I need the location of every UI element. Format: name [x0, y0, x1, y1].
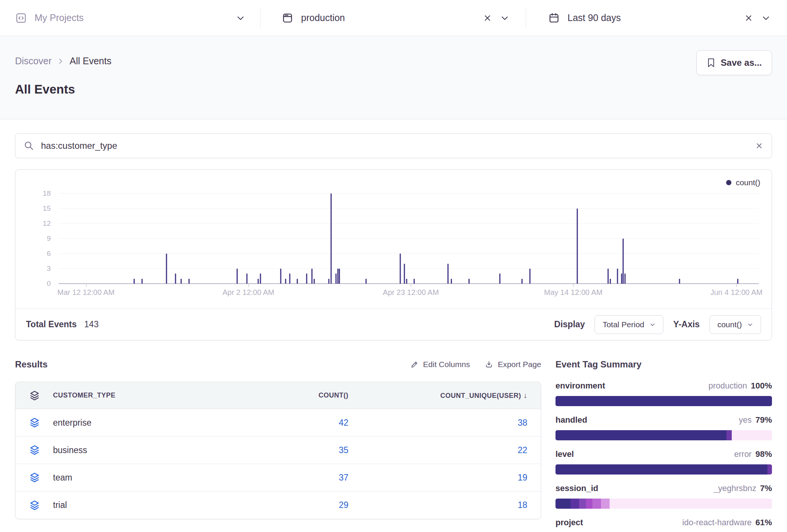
chart-bar[interactable]: [328, 279, 330, 284]
tag-bar-segment[interactable]: [610, 499, 772, 509]
clear-date-range-icon[interactable]: [744, 14, 753, 23]
tag-bar-segment[interactable]: [555, 396, 772, 406]
chart-bar[interactable]: [622, 239, 624, 284]
tag-distribution-bar[interactable]: [555, 430, 772, 440]
chart-plot[interactable]: [59, 193, 759, 284]
column-header-count-unique-user[interactable]: COUNT_UNIQUE(USER)↓: [348, 391, 527, 400]
stack-icon[interactable]: [29, 472, 40, 483]
table-row[interactable]: team3719: [15, 464, 541, 491]
column-header-customer-type[interactable]: CUSTOMER_TYPE: [53, 391, 176, 399]
clear-environment-icon[interactable]: [483, 14, 492, 23]
tag-bar-segment[interactable]: [586, 499, 592, 509]
chart-bar[interactable]: [285, 279, 286, 284]
chart-bar[interactable]: [134, 279, 135, 284]
chart-bar[interactable]: [312, 269, 313, 284]
tag-distribution-bar[interactable]: [555, 464, 772, 475]
chart-bar[interactable]: [339, 269, 340, 284]
chevron-down-icon[interactable]: [761, 14, 770, 23]
chart-bar[interactable]: [414, 279, 415, 284]
chart-bar[interactable]: [522, 279, 523, 284]
tag-bar-segment[interactable]: [555, 464, 767, 475]
chart-bar[interactable]: [679, 279, 680, 284]
chart-bar[interactable]: [280, 269, 281, 284]
chart-bar[interactable]: [289, 274, 290, 284]
chart-bar[interactable]: [737, 279, 739, 284]
y-axis-label: Y-Axis: [673, 319, 699, 329]
chart-bar[interactable]: [257, 279, 259, 284]
edit-columns-button[interactable]: Edit Columns: [410, 360, 470, 369]
project-selector[interactable]: My Projects: [0, 0, 260, 36]
chart-bar[interactable]: [608, 269, 609, 284]
tag-bar-segment[interactable]: [579, 499, 586, 509]
table-row[interactable]: enterprise4238: [15, 409, 541, 437]
save-as-button[interactable]: Save as...: [696, 50, 772, 75]
breadcrumb-discover-link[interactable]: Discover: [15, 56, 51, 66]
tag-bar-segment[interactable]: [555, 499, 571, 509]
tag-bar-segment[interactable]: [592, 499, 601, 509]
edit-columns-label: Edit Columns: [423, 360, 470, 369]
chart-bar[interactable]: [338, 269, 339, 284]
chart-bar[interactable]: [451, 279, 452, 284]
column-header-count[interactable]: COUNT(): [176, 391, 348, 399]
chart-bar[interactable]: [335, 274, 336, 284]
cell-count[interactable]: 29: [176, 500, 348, 510]
chart-bar[interactable]: [468, 279, 469, 284]
stack-icon[interactable]: [29, 444, 40, 456]
chart-bar[interactable]: [297, 279, 298, 284]
table-row[interactable]: trial2918: [15, 491, 541, 519]
chevron-down-icon[interactable]: [500, 14, 509, 23]
chart-bar[interactable]: [313, 279, 315, 284]
chart-bar[interactable]: [621, 274, 622, 284]
tag-distribution-bar[interactable]: [555, 499, 772, 509]
chart-bar[interactable]: [406, 279, 407, 284]
chart-bar[interactable]: [188, 279, 189, 284]
cell-count-unique-user[interactable]: 19: [348, 473, 527, 483]
tag-bar-segment[interactable]: [555, 430, 726, 440]
chart-bar[interactable]: [237, 269, 238, 284]
export-page-button[interactable]: Export Page: [485, 360, 541, 369]
chart-bar[interactable]: [499, 274, 500, 284]
cell-count[interactable]: 42: [176, 418, 348, 428]
chart-bar[interactable]: [247, 274, 248, 284]
stack-icon[interactable]: [29, 500, 40, 511]
chart-bar[interactable]: [166, 254, 167, 284]
cell-count[interactable]: 35: [176, 445, 348, 455]
chart-bar[interactable]: [447, 264, 448, 284]
stack-icon[interactable]: [29, 390, 40, 401]
cell-count-unique-user[interactable]: 22: [348, 445, 527, 455]
cell-count-unique-user[interactable]: 18: [348, 500, 527, 510]
chart-bar[interactable]: [577, 209, 578, 284]
tag-bar-segment[interactable]: [732, 430, 772, 440]
chart-bar[interactable]: [617, 269, 618, 284]
stack-icon[interactable]: [29, 417, 40, 428]
chevron-down-icon: [747, 322, 753, 328]
chart-bar[interactable]: [306, 274, 307, 284]
chart-bar[interactable]: [181, 279, 182, 284]
chart-bar[interactable]: [141, 279, 142, 284]
display-dropdown[interactable]: Total Period: [595, 315, 663, 334]
clear-search-icon[interactable]: [755, 142, 763, 150]
chart-bar[interactable]: [529, 269, 530, 284]
chart-bar[interactable]: [365, 279, 366, 284]
environment-selector[interactable]: production: [260, 0, 526, 36]
chart-bar[interactable]: [404, 264, 405, 284]
tag-bar-segment[interactable]: [726, 430, 732, 440]
chart-bar[interactable]: [610, 279, 611, 284]
tag-distribution-bar[interactable]: [555, 396, 772, 406]
cell-count-unique-user[interactable]: 38: [348, 418, 527, 428]
chart-bar[interactable]: [330, 193, 331, 284]
date-range-selector[interactable]: Last 90 days: [526, 0, 787, 36]
tag-bar-segment[interactable]: [571, 499, 579, 509]
table-row[interactable]: business3522: [15, 437, 541, 464]
chart-bar[interactable]: [175, 274, 176, 284]
chart-bar[interactable]: [625, 274, 626, 284]
y-axis-dropdown[interactable]: count(): [710, 315, 761, 334]
search-bar[interactable]: has:customer_type: [15, 133, 772, 158]
search-input[interactable]: has:customer_type: [41, 141, 755, 151]
tag-bar-segment[interactable]: [767, 464, 772, 475]
chart-bar[interactable]: [400, 254, 401, 284]
tag-bar-segment[interactable]: [601, 499, 610, 509]
chart-bar[interactable]: [260, 274, 261, 284]
cell-count[interactable]: 37: [176, 473, 348, 483]
chevron-down-icon[interactable]: [236, 14, 245, 23]
